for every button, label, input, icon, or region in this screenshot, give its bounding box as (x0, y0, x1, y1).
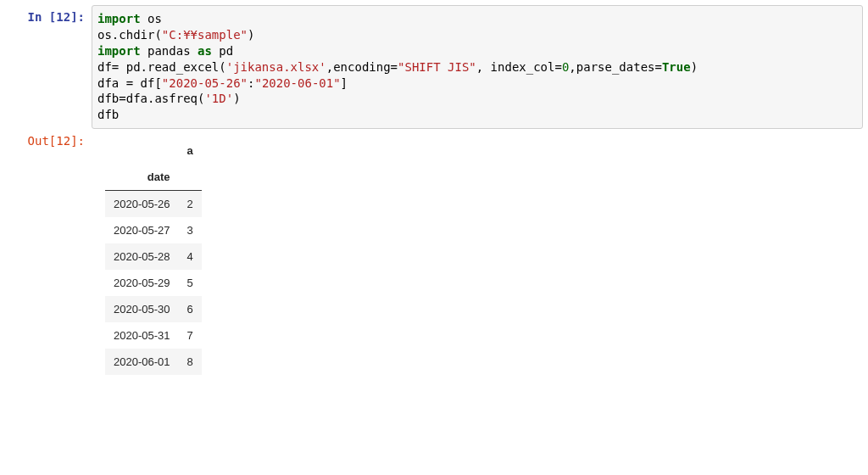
input-prompt-label: In [12]: (5, 5, 92, 31)
table-index-row: date (105, 164, 202, 191)
cell-value: 3 (179, 217, 202, 243)
row-index: 2020-05-28 (105, 243, 179, 270)
table-row: 2020-05-26 2 (105, 191, 202, 218)
code-line-5: dfa = df["2020-05-26":"2020-06-01"] (97, 75, 857, 92)
cell-value: 4 (179, 243, 202, 270)
cell-value: 7 (179, 322, 202, 349)
dataframe-output: a date 2020-05-26 2 2020-05-27 3 2020-05… (92, 129, 202, 375)
table-row: 2020-05-27 3 (105, 217, 202, 243)
table-row: 2020-06-01 8 (105, 349, 202, 375)
cell-value: 8 (179, 349, 202, 375)
cell-value: 6 (179, 296, 202, 322)
input-cell: In [12]: import os os.chdir("C:¥¥sample"… (5, 5, 863, 129)
row-index: 2020-05-27 (105, 217, 179, 243)
index-name: date (105, 164, 179, 191)
table-row: 2020-05-31 7 (105, 322, 202, 349)
blank-header (179, 164, 202, 191)
table-columns-row: a (105, 137, 202, 164)
row-index: 2020-05-30 (105, 296, 179, 322)
output-cell: Out[12]: a date 2020-05-26 2 2020-05 (5, 129, 863, 375)
table-row: 2020-05-29 5 (105, 270, 202, 296)
row-index: 2020-05-26 (105, 191, 179, 218)
dataframe-table: a date 2020-05-26 2 2020-05-27 3 2020-05… (105, 137, 202, 375)
table-row: 2020-05-30 6 (105, 296, 202, 322)
code-line-4: df= pd.read_excel('jikansa.xlsx',encodin… (97, 59, 857, 75)
code-line-7: dfb (97, 107, 857, 123)
row-index: 2020-05-29 (105, 270, 179, 296)
cell-value: 5 (179, 270, 202, 296)
column-header: a (179, 137, 202, 164)
table-row: 2020-05-28 4 (105, 243, 202, 270)
row-index: 2020-06-01 (105, 349, 179, 375)
code-line-2: os.chdir("C:¥¥sample") (97, 27, 857, 43)
row-index: 2020-05-31 (105, 322, 179, 349)
code-input-area[interactable]: import os os.chdir("C:¥¥sample") import … (92, 5, 863, 129)
code-line-1: import os (97, 11, 857, 27)
output-prompt-label: Out[12]: (5, 129, 92, 154)
blank-corner (105, 137, 179, 164)
code-line-6: dfb=dfa.asfreq('1D') (97, 91, 857, 107)
cell-value: 2 (179, 191, 202, 218)
code-line-3: import pandas as pd (97, 43, 857, 59)
